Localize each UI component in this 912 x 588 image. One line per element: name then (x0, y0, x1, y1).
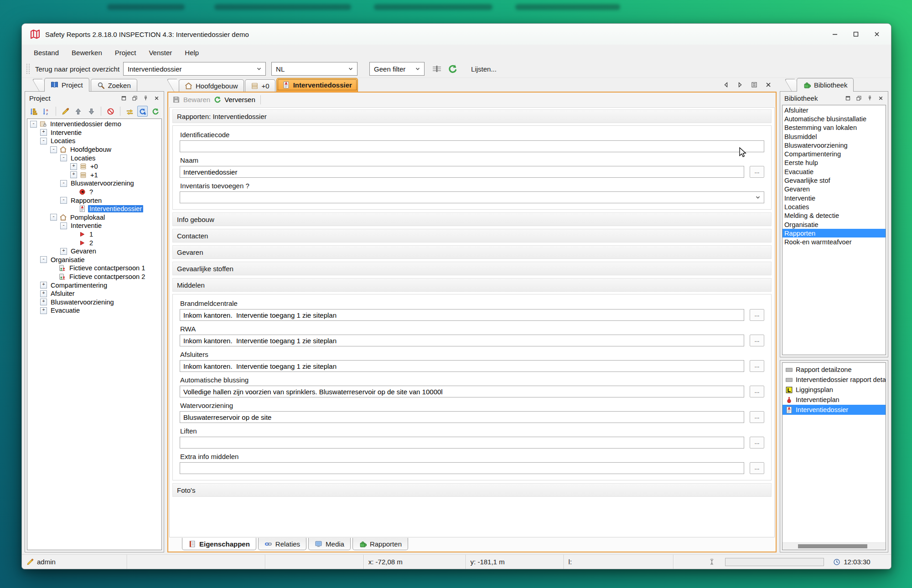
library-item-bestemming-van-lokalen[interactable]: Bestemming van lokalen (782, 124, 886, 132)
edit-button[interactable] (60, 106, 71, 117)
minus-expander-icon[interactable]: - (60, 155, 67, 161)
library-item-blusmiddel[interactable]: Blusmiddel (782, 132, 886, 141)
tab-eigenschappen[interactable]: Eigenschappen (182, 538, 256, 550)
library-item-interventie[interactable]: Interventie (782, 194, 886, 202)
tree-item-afsluiter[interactable]: +Afsluiter (27, 289, 161, 298)
section-gevaren[interactable]: Gevaren (172, 245, 772, 259)
field-input-extra-info-middelen[interactable] (180, 462, 744, 474)
library-item-rapporten[interactable]: Rapporten (782, 229, 886, 237)
menu-item-project[interactable]: Project (109, 46, 143, 59)
library-item-eerste-hulp[interactable]: Eerste hulp (782, 159, 886, 167)
view-combobox[interactable]: Interventiedossier (123, 62, 266, 76)
refresh-button[interactable] (446, 62, 459, 76)
tree-item-gevaren[interactable]: +Gevaren (27, 247, 161, 256)
tree-item-1[interactable]: 1 (27, 230, 161, 239)
field-input-automatische-blussing[interactable] (180, 386, 744, 397)
ellipsis-button-extra-info-middelen[interactable]: ... (750, 462, 764, 474)
menu-item-bestand[interactable]: Bestand (27, 46, 65, 59)
library-item-gevaren[interactable]: Gevaren (782, 185, 886, 194)
library-item-afsluiter[interactable]: Afsluiter (782, 106, 886, 114)
tree-item-hoofdgebouw[interactable]: -Hoofdgebouw (27, 145, 161, 154)
close-tab-icon[interactable] (765, 81, 772, 88)
lists-button[interactable]: Lijsten... (471, 65, 497, 73)
minus-expander-icon[interactable]: - (60, 180, 67, 187)
plus-expander-icon[interactable]: + (60, 248, 67, 255)
block-button[interactable] (105, 106, 116, 117)
library-item-compartimentering[interactable]: Compartimentering (782, 150, 886, 158)
tree-item-2[interactable]: 2 (27, 238, 161, 247)
refresh-document-button[interactable]: Verversen (213, 96, 255, 103)
restore-icon[interactable] (856, 95, 862, 101)
plus-expander-icon[interactable]: + (40, 282, 47, 289)
ellipsis-button-brandmeldcentrale[interactable]: ... (750, 309, 764, 321)
plus-expander-icon[interactable]: + (40, 307, 47, 314)
tab-interventiedossier[interactable]: Interventiedossier (276, 78, 358, 92)
save-button[interactable]: Bewaren (172, 96, 210, 103)
tree-item-0[interactable]: ++0 (27, 162, 161, 171)
plus-expander-icon[interactable]: + (40, 290, 47, 297)
tree-item-fictieve-contactpersoon-2[interactable]: Fictieve contactpersoon 2 (27, 273, 161, 281)
tab-hoofdgebouw[interactable]: Hoofdgebouw (179, 79, 244, 92)
field-input-liften[interactable] (180, 437, 744, 449)
refresh-tree-button[interactable] (150, 106, 161, 117)
tree-item-1[interactable]: ++1 (27, 171, 161, 180)
tree-item-evacuatie[interactable]: +Evacuatie (27, 306, 161, 315)
field-input-identificatiecode[interactable] (180, 140, 764, 152)
tree-item-interventiedossier[interactable]: Interventiedossier (27, 205, 161, 213)
section-middelen[interactable]: Middelen (172, 278, 772, 292)
menu-item-venster[interactable]: Venster (142, 46, 178, 59)
tree-item-bluswatervoorziening[interactable]: -Bluswatervoorziening (27, 179, 161, 188)
filter-settings-button[interactable] (430, 62, 444, 76)
swap-button[interactable] (124, 106, 135, 117)
library-item-locaties[interactable]: Locaties (782, 202, 886, 211)
horizontal-scrollbar[interactable] (782, 542, 886, 550)
sort-structure-button[interactable] (28, 106, 39, 117)
tree-item-organisatie[interactable]: -Organisatie (27, 256, 161, 264)
nav-right-icon[interactable] (736, 81, 744, 88)
tree-item-interventie[interactable]: +Interventie (27, 129, 161, 137)
sort-alpha-button[interactable]: az (41, 106, 52, 117)
plus-expander-icon[interactable]: + (70, 163, 77, 170)
minimize-button[interactable] (824, 27, 845, 41)
detail-item-liggingsplan[interactable]: Liggingsplan (782, 385, 886, 395)
library-item-rook-en-warmteafvoer[interactable]: Rook-en warmteafvoer (782, 237, 886, 246)
minus-expander-icon[interactable]: - (40, 256, 47, 263)
close-panel-icon[interactable] (154, 95, 160, 101)
tab-media[interactable]: Media (308, 538, 351, 550)
library-item-melding-detectie[interactable]: Melding & detectie (782, 211, 886, 220)
library-item-evacuatie[interactable]: Evacuatie (782, 167, 886, 176)
pin-icon[interactable] (867, 95, 873, 101)
language-combobox[interactable]: NL (271, 62, 358, 76)
maximize-panel-icon[interactable] (121, 95, 127, 101)
tab-zoeken[interactable]: Zoeken (91, 79, 137, 92)
tree-item-interventiedossier-demo[interactable]: -Interventiedossier demo (27, 120, 161, 129)
field-input-naam[interactable] (180, 166, 744, 178)
field-input-afsluiters[interactable] (180, 360, 744, 372)
ellipsis-button-afsluiters[interactable]: ... (750, 360, 764, 372)
back-to-project-label[interactable]: Terug naar project overzicht (35, 65, 119, 73)
tab-bibliotheek[interactable]: Bibliotheek (797, 78, 854, 92)
ellipsis-button-liften[interactable]: ... (750, 437, 764, 449)
section-fotos[interactable]: Foto's (172, 483, 772, 497)
menu-item-bewerken[interactable]: Bewerken (65, 46, 109, 59)
library-item-bluswatervoorziening[interactable]: Bluswatervoorziening (782, 141, 886, 150)
field-select-inventaris-toevoegen[interactable] (180, 191, 764, 203)
filter-combobox[interactable]: Geen filter (369, 62, 425, 76)
maximize-panel-icon[interactable] (845, 95, 851, 101)
section-info-gebouw[interactable]: Info gebouw (172, 212, 772, 226)
maximize-button[interactable] (845, 27, 866, 41)
tree-item-compartimentering[interactable]: +Compartimentering (27, 281, 161, 289)
minus-expander-icon[interactable]: - (30, 121, 37, 128)
minus-expander-icon[interactable]: - (50, 146, 57, 153)
library-item-organisatie[interactable]: Organisatie (782, 220, 886, 229)
scrollbar-thumb[interactable] (798, 544, 867, 548)
plus-expander-icon[interactable]: + (70, 171, 77, 178)
field-input-watervoorziening[interactable] (180, 411, 744, 423)
nav-left-icon[interactable] (722, 81, 730, 88)
tab-project[interactable]: Project (44, 78, 89, 92)
detail-item-rapport-detailzone[interactable]: Rapport detailzone (782, 365, 886, 375)
library-item-gevaarlijke-stof[interactable]: Gevaarlijke stof (782, 176, 886, 185)
close-panel-icon[interactable] (878, 95, 884, 101)
restore-icon[interactable] (132, 95, 138, 101)
ellipsis-button-watervoorziening[interactable]: ... (750, 411, 764, 423)
